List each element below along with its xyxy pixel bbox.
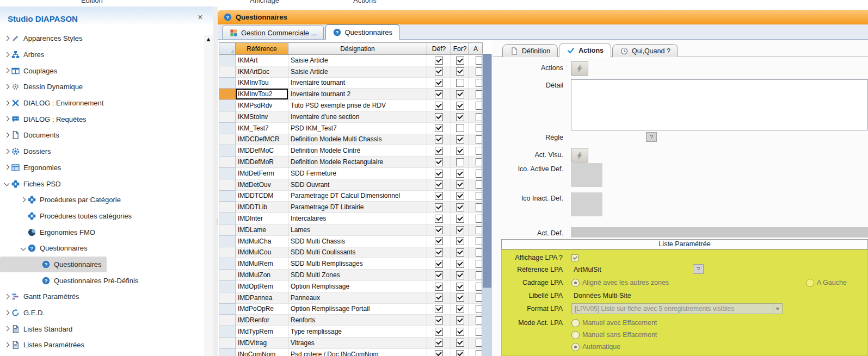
cell-def-checkbox[interactable]	[427, 258, 451, 270]
cell-designation[interactable]: Saisie Article	[288, 55, 427, 66]
row-selector[interactable]	[219, 122, 236, 134]
row-selector[interactable]	[219, 303, 236, 315]
table-row[interactable]: IMDDefMoCDefinition Modele Cintré	[219, 145, 483, 157]
cell-designation[interactable]: SDD Multi Coulissants	[288, 247, 427, 258]
cell-designation[interactable]: Definition Modele Rectangulaire	[288, 157, 427, 168]
reference-lpa-value[interactable]: ArtMulSit	[574, 266, 601, 273]
row-selector[interactable]	[219, 326, 236, 338]
row-selector[interactable]	[219, 224, 236, 235]
row-selector[interactable]	[219, 190, 236, 202]
table-row[interactable]: IKMArtSaisie Article	[219, 55, 483, 66]
table-row[interactable]: IMdMulCouSDD Multi Coulissants	[219, 247, 483, 258]
cell-designation[interactable]: Option Remplissage	[288, 280, 427, 292]
sidebar-item[interactable]: Apparences Styles	[0, 30, 88, 47]
cell-reference[interactable]: IMDRenfor	[236, 315, 288, 326]
row-selector[interactable]	[219, 55, 236, 66]
sidebar-item[interactable]: G.E.D.	[0, 305, 50, 321]
cell-reference[interactable]: IKMArt	[236, 55, 288, 66]
sidebar-item[interactable]: Procédures toutes catégories	[0, 208, 137, 224]
cell-designation[interactable]: Lames	[288, 224, 427, 235]
tab-gestion-commerciale[interactable]: Gestion Commerciale ...	[222, 26, 324, 39]
cell-reference[interactable]: IKMPsdRdv	[236, 100, 288, 111]
sidebar-item[interactable]: Fiches PSD	[0, 176, 66, 192]
table-scrollbar[interactable]	[482, 54, 492, 356]
cell-for-checkbox[interactable]	[451, 202, 469, 213]
cell-reference[interactable]: IMdMulCha	[236, 235, 288, 247]
sidebar-item[interactable]: Ergonomies FMO	[0, 224, 101, 240]
chevron-right-icon[interactable]	[3, 52, 11, 58]
row-selector[interactable]	[219, 89, 236, 100]
cell-designation[interactable]: Saisie Article	[288, 66, 427, 77]
cell-def-checkbox[interactable]	[427, 100, 451, 111]
table-row[interactable]: IKMInvTouInventaire tournant	[219, 77, 483, 89]
cell-def-checkbox[interactable]	[427, 89, 451, 100]
cell-for-checkbox[interactable]	[451, 55, 469, 66]
sidebar-item[interactable]: Listes Paramétrées	[0, 337, 90, 353]
mode-act-radio[interactable]	[571, 331, 580, 339]
cell-reference[interactable]: IKMArtDoc	[236, 66, 288, 77]
cell-reference[interactable]: IMDDefMoR	[236, 157, 288, 168]
cell-reference[interactable]: IKMInvTou2	[236, 89, 288, 100]
cell-for-checkbox[interactable]	[451, 77, 469, 89]
row-selector[interactable]	[219, 235, 236, 247]
table-row[interactable]: IMDDefMoRDefinition Modele Rectangulaire	[219, 157, 483, 168]
cadrage-gauche-radio[interactable]	[806, 279, 814, 287]
regle-help-button[interactable]: ?	[646, 132, 657, 142]
panel-tab-actions[interactable]: Actions	[559, 43, 611, 58]
chevron-right-icon[interactable]	[3, 133, 11, 138]
cell-designation[interactable]: Intercalaires	[288, 213, 427, 224]
table-row[interactable]: IMdPoOpReOption Remplissage Portail	[219, 303, 483, 315]
row-selector[interactable]	[219, 348, 236, 356]
cell-designation[interactable]: Renforts	[288, 315, 427, 326]
close-icon[interactable]	[196, 13, 205, 22]
cell-a-checkbox[interactable]	[469, 202, 483, 213]
table-row[interactable]: IKMInvTou2Inventaire tournant 2	[219, 89, 483, 100]
row-selector[interactable]	[219, 337, 236, 348]
chevron-right-icon[interactable]	[3, 116, 11, 122]
cell-reference[interactable]: IMdDetFerm	[236, 167, 288, 179]
cell-a-checkbox[interactable]	[469, 190, 483, 202]
ico-active-box[interactable]	[571, 163, 602, 187]
cell-for-checkbox[interactable]	[451, 100, 469, 111]
cell-a-checkbox[interactable]	[469, 100, 483, 111]
cell-designation[interactable]: SDD Multi Remplissages	[288, 258, 427, 270]
tab-questionnaires[interactable]: ?Questionnaires	[325, 24, 399, 40]
format-lpa-select[interactable]: [LPA/05] Liste sur fiche avec 5 enregist…	[571, 303, 783, 314]
cell-a-checkbox[interactable]	[469, 337, 483, 348]
row-selector[interactable]	[219, 213, 236, 224]
cell-for-checkbox[interactable]	[451, 122, 469, 134]
cell-a-checkbox[interactable]	[469, 258, 483, 270]
cell-a-checkbox[interactable]	[469, 179, 483, 190]
row-selector[interactable]	[219, 134, 236, 145]
table-row[interactable]: IKMStoInvInventaire d'une section	[219, 111, 483, 122]
cell-reference[interactable]: IMDDTCDM	[236, 190, 288, 202]
cell-def-checkbox[interactable]	[427, 122, 451, 134]
cell-def-checkbox[interactable]	[427, 55, 451, 66]
cell-designation[interactable]: Inventaire tournant	[288, 77, 427, 89]
cell-a-checkbox[interactable]	[469, 348, 483, 356]
chevron-right-icon[interactable]	[3, 310, 11, 316]
table-row[interactable]: INoComNomPsd critere / Doc INoComNom	[219, 348, 483, 356]
cell-def-checkbox[interactable]	[427, 66, 451, 77]
chevron-right-icon[interactable]	[3, 101, 11, 106]
mode-act-radio[interactable]	[571, 319, 580, 327]
sidebar-item[interactable]: Dossiers	[0, 143, 57, 160]
affichage-lpa-checkbox[interactable]	[571, 254, 578, 261]
table-row[interactable]: IMDCDefMCRDefinition Modele Multi Chassi…	[219, 134, 483, 145]
cell-reference[interactable]: INoComNom	[236, 348, 288, 356]
sidebar-item[interactable]: ?Questionnaires	[0, 240, 93, 257]
libelle-lpa-value[interactable]: Données Multi-Site	[574, 292, 631, 299]
cell-for-checkbox[interactable]	[451, 235, 469, 247]
cell-def-checkbox[interactable]	[427, 235, 451, 247]
panel-tab-d-finition[interactable]: Définition	[502, 44, 558, 57]
row-selector[interactable]	[219, 167, 236, 179]
scroll-up-icon[interactable]	[204, 35, 213, 43]
cell-reference[interactable]: IMdTypRem	[236, 326, 288, 338]
cell-def-checkbox[interactable]	[427, 303, 451, 315]
cell-for-checkbox[interactable]	[451, 247, 469, 258]
row-selector[interactable]	[219, 100, 236, 111]
cell-designation[interactable]: SDD Fermeture	[288, 167, 427, 179]
cell-designation[interactable]: Tuto PSD exemple prise de RDV	[288, 100, 427, 111]
cell-a-checkbox[interactable]	[469, 55, 483, 66]
row-selector[interactable]	[219, 258, 236, 270]
